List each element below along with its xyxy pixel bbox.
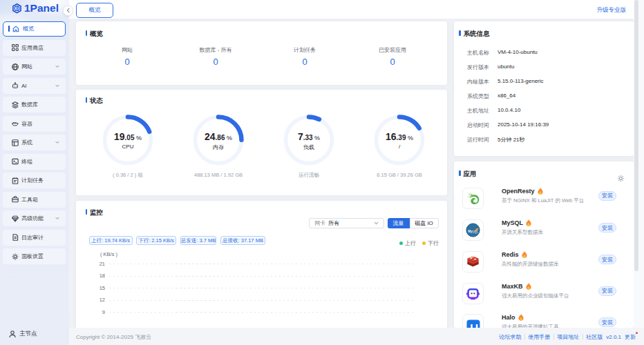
svg-text:1Panel: 1Panel <box>24 3 59 14</box>
svg-text:SQL: SQL <box>472 230 479 234</box>
